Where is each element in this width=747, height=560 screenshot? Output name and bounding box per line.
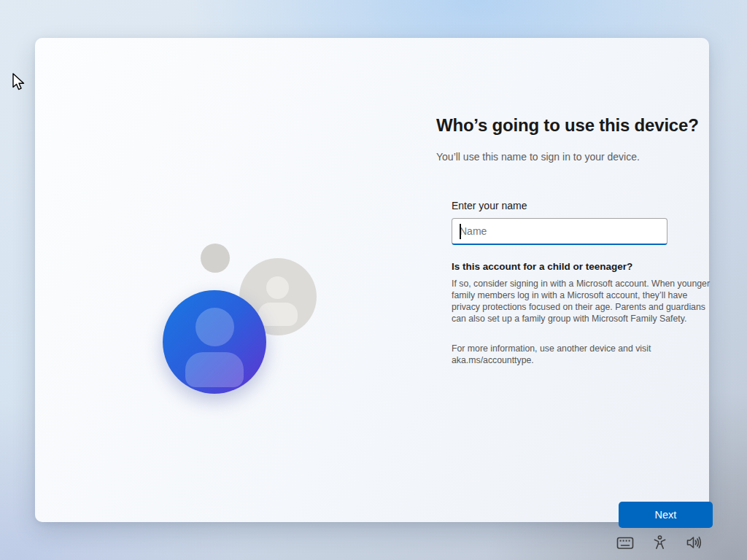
- accessibility-icon[interactable]: [651, 534, 668, 551]
- name-input[interactable]: [452, 218, 667, 245]
- avatar-blue: [163, 290, 266, 394]
- avatar-gray-head: [266, 276, 289, 299]
- avatar-blue-torso: [185, 352, 244, 387]
- avatar-blue-head: [196, 308, 234, 346]
- child-account-heading: Is this account for a child or teenager?: [452, 261, 721, 272]
- avatar-small-circle: [201, 244, 230, 273]
- page-subtitle: You’ll use this name to sign in to your …: [436, 151, 728, 163]
- child-account-body: If so, consider signing in with a Micros…: [452, 278, 713, 324]
- volume-icon[interactable]: [685, 534, 703, 551]
- setup-card: Who’s going to use this device? You’ll u…: [35, 38, 709, 522]
- next-button[interactable]: Next: [619, 502, 713, 528]
- mouse-cursor-icon: [12, 73, 28, 95]
- page-title: Who’s going to use this device?: [436, 115, 728, 136]
- keyboard-icon[interactable]: [616, 536, 634, 551]
- name-input-label: Enter your name: [452, 200, 527, 211]
- more-info-text: For more information, use another device…: [452, 343, 663, 366]
- avatar-gray-torso: [258, 303, 298, 326]
